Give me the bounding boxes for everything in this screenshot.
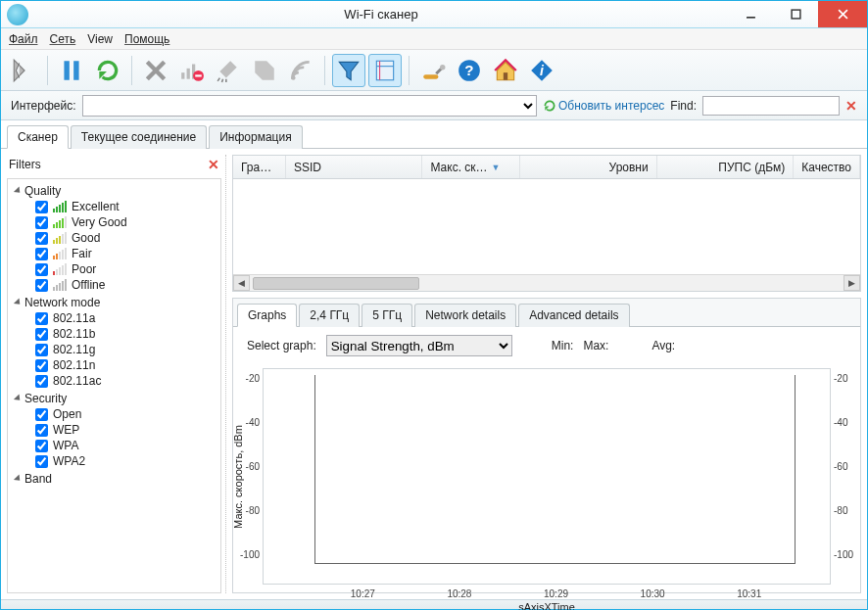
app-icon bbox=[7, 4, 28, 25]
signal-icon bbox=[53, 279, 67, 291]
filter-item[interactable]: Good bbox=[35, 230, 218, 246]
tab-scanner[interactable]: Сканер bbox=[7, 125, 69, 149]
col-pups[interactable]: ПУПС (дБм) bbox=[657, 156, 795, 178]
tab-5ghz[interactable]: 5 ГГц bbox=[362, 304, 412, 327]
filter-item[interactable]: Excellent bbox=[35, 199, 218, 214]
caret-icon bbox=[14, 474, 23, 483]
filter-checkbox[interactable] bbox=[35, 440, 48, 452]
filter-item-label: 802.11g bbox=[53, 343, 95, 356]
menu-help[interactable]: Помощь bbox=[124, 32, 169, 46]
svg-rect-12 bbox=[195, 74, 202, 76]
col-levels[interactable]: Уровни bbox=[520, 156, 657, 178]
filter-checkbox[interactable] bbox=[35, 279, 48, 292]
filter-item[interactable]: 802.11ac bbox=[35, 373, 218, 389]
filter-group-security[interactable]: Security bbox=[10, 391, 218, 406]
filter-checkbox[interactable] bbox=[35, 424, 48, 437]
filter-checkbox[interactable] bbox=[35, 201, 48, 213]
help-button[interactable]: ? bbox=[453, 54, 486, 87]
col-ssid[interactable]: SSID bbox=[286, 156, 423, 178]
signal-icon bbox=[53, 248, 67, 259]
ytick: -100 bbox=[236, 549, 260, 560]
minimize-button[interactable] bbox=[728, 1, 773, 27]
interface-select[interactable] bbox=[82, 95, 537, 117]
filter-checkbox[interactable] bbox=[35, 408, 48, 421]
filter-item-label: Good bbox=[72, 231, 100, 245]
filter-item[interactable]: Very Good bbox=[35, 214, 218, 230]
menu-file[interactable]: Файл bbox=[9, 32, 38, 46]
tab-advanced-details[interactable]: Advanced details bbox=[518, 304, 629, 327]
filter-checkbox[interactable] bbox=[35, 232, 48, 245]
filter-item[interactable]: 802.11n bbox=[35, 357, 218, 373]
stat-avg-label: Avg: bbox=[651, 339, 710, 352]
filter-checkbox[interactable] bbox=[35, 455, 48, 468]
info-button[interactable]: i bbox=[525, 54, 558, 87]
scan-button[interactable] bbox=[7, 54, 40, 87]
tag-button[interactable] bbox=[248, 54, 281, 87]
xtick: 10:31 bbox=[730, 588, 769, 599]
filter-item-label: Open bbox=[53, 407, 81, 421]
select-graph-label: Select graph: bbox=[247, 339, 316, 352]
filter-item[interactable]: Poor bbox=[35, 261, 218, 277]
clean-button[interactable] bbox=[212, 54, 245, 87]
scroll-thumb[interactable] bbox=[253, 277, 419, 290]
tab-graphs[interactable]: Graphs bbox=[237, 304, 297, 327]
settings-button[interactable] bbox=[416, 54, 450, 87]
filter-checkbox[interactable] bbox=[35, 312, 48, 325]
filter-group-quality[interactable]: Quality bbox=[10, 183, 218, 199]
filter-group-band[interactable]: Band bbox=[10, 471, 218, 487]
col-maxspeed[interactable]: Макс. ск… ▼ bbox=[422, 156, 520, 178]
maximize-button[interactable] bbox=[773, 1, 818, 27]
col-graph[interactable]: Гра… bbox=[233, 156, 286, 178]
scroll-left-button[interactable]: ◀ bbox=[233, 275, 250, 291]
scroll-right-button[interactable]: ▶ bbox=[844, 275, 860, 291]
signal-remove-button[interactable] bbox=[175, 54, 209, 87]
filter-item[interactable]: WEP bbox=[35, 422, 218, 438]
find-clear-button[interactable]: ✕ bbox=[845, 98, 857, 114]
filter-item[interactable]: Fair bbox=[35, 246, 218, 261]
ytick: -40 bbox=[236, 417, 260, 428]
tab-info[interactable]: Информация bbox=[209, 125, 302, 149]
filter-item[interactable]: 802.11g bbox=[35, 342, 218, 357]
pause-button[interactable] bbox=[55, 54, 88, 87]
col-quality[interactable]: Качество bbox=[794, 156, 860, 178]
filters-close-button[interactable]: ✕ bbox=[208, 157, 219, 172]
home-button[interactable] bbox=[489, 54, 522, 87]
tab-connection[interactable]: Текущее соединение bbox=[71, 125, 207, 149]
filter-item[interactable]: Open bbox=[35, 406, 218, 422]
filter-item-label: WPA2 bbox=[53, 454, 85, 468]
refresh-button[interactable] bbox=[91, 54, 124, 87]
delete-button[interactable] bbox=[139, 54, 172, 87]
grid-hscrollbar[interactable]: ◀ ▶ bbox=[233, 274, 860, 291]
filter-checkbox[interactable] bbox=[35, 328, 48, 341]
refresh-interfaces-link[interactable]: Обновить интерсес bbox=[543, 99, 664, 113]
menu-view[interactable]: View bbox=[87, 32, 113, 46]
ytick: -60 bbox=[834, 461, 857, 472]
notes-button[interactable] bbox=[368, 54, 402, 87]
filter-checkbox[interactable] bbox=[35, 375, 48, 388]
filters-tree: QualityExcellentVery GoodGoodFairPoorOff… bbox=[7, 178, 221, 593]
filter-item[interactable]: Offline bbox=[35, 277, 218, 293]
filter-checkbox[interactable] bbox=[35, 344, 48, 356]
filter-button[interactable] bbox=[332, 54, 365, 87]
menubar: Файл Сеть View Помощь bbox=[1, 28, 867, 50]
broadcast-button[interactable] bbox=[284, 54, 317, 87]
menu-network[interactable]: Сеть bbox=[50, 32, 76, 46]
filter-checkbox[interactable] bbox=[35, 248, 48, 260]
filter-checkbox[interactable] bbox=[35, 216, 48, 229]
graph-type-select[interactable]: Signal Strength, dBm bbox=[326, 335, 512, 356]
close-button[interactable] bbox=[818, 1, 867, 27]
filter-checkbox[interactable] bbox=[35, 359, 48, 372]
svg-rect-5 bbox=[73, 61, 78, 80]
filter-checkbox[interactable] bbox=[35, 263, 48, 276]
main-tabs: Сканер Текущее соединение Информация bbox=[1, 120, 867, 149]
filter-item[interactable]: 802.11a bbox=[35, 310, 218, 326]
find-input[interactable] bbox=[702, 96, 840, 116]
filter-item[interactable]: WPA2 bbox=[35, 453, 218, 469]
tab-network-details[interactable]: Network details bbox=[414, 304, 516, 327]
filter-group-mode[interactable]: Network mode bbox=[10, 295, 218, 310]
tab-24ghz[interactable]: 2,4 ГГц bbox=[299, 304, 360, 327]
filter-item[interactable]: WPA bbox=[35, 438, 218, 453]
svg-rect-8 bbox=[181, 72, 184, 79]
xtick: 10:27 bbox=[343, 588, 382, 599]
filter-item[interactable]: 802.11b bbox=[35, 326, 218, 342]
